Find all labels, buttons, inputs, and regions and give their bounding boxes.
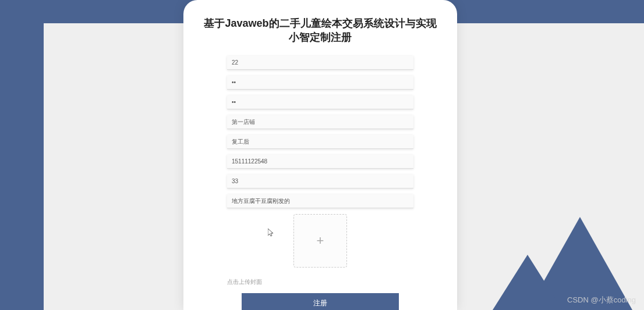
input-field-2[interactable] <box>227 95 413 109</box>
input-field-5[interactable] <box>227 155 413 169</box>
decorative-triangle-small <box>493 255 562 310</box>
age-input[interactable] <box>232 178 409 184</box>
plus-icon: + <box>317 233 324 248</box>
contact-name-input[interactable] <box>232 138 409 145</box>
upload-area: + <box>227 214 413 268</box>
upload-box[interactable]: + <box>293 214 347 268</box>
input-field-3[interactable] <box>227 115 413 129</box>
confirm-password-input[interactable] <box>232 99 409 105</box>
password-input[interactable] <box>232 79 409 85</box>
input-field-6[interactable] <box>227 174 413 188</box>
watermark-text: CSDN @小蔡coding <box>567 295 636 305</box>
address-input[interactable] <box>232 198 409 204</box>
input-field-4[interactable] <box>227 135 413 149</box>
input-field-7[interactable] <box>227 194 413 208</box>
registration-form-card: 基于Javaweb的二手儿童绘本交易系统设计与实现 小智定制注册 + 点击上传封… <box>183 0 457 310</box>
input-field-1[interactable] <box>227 76 413 90</box>
page-title: 基于Javaweb的二手儿童绘本交易系统设计与实现 小智定制注册 <box>202 16 438 44</box>
input-field-0[interactable] <box>227 56 413 70</box>
username-input[interactable] <box>232 59 409 66</box>
shop-name-input[interactable] <box>232 119 409 125</box>
phone-input[interactable] <box>232 158 409 165</box>
upload-hint: 点击上传封面 <box>227 278 413 286</box>
submit-button[interactable]: 注册 <box>242 293 399 310</box>
